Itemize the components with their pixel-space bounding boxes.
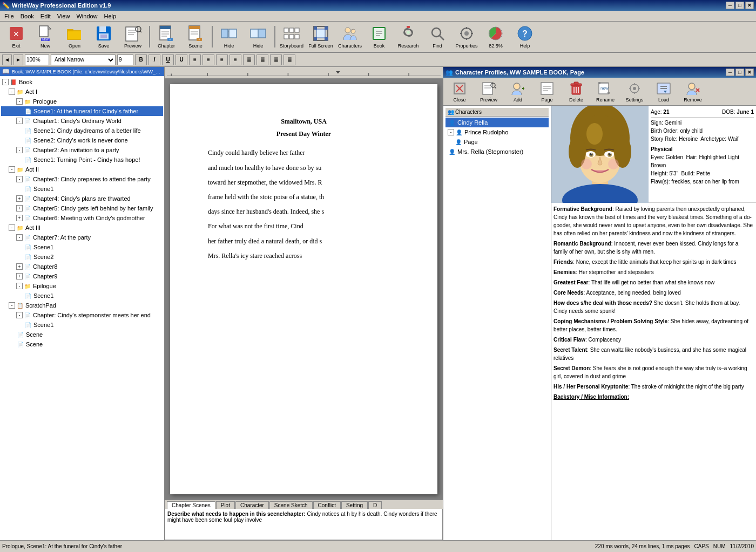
list3-button[interactable]: ≣ — [270, 54, 282, 65]
expand-ch3[interactable]: - — [16, 176, 23, 182]
zoom-input[interactable] — [25, 54, 49, 65]
help-button[interactable]: ? Help — [511, 23, 539, 51]
char-rename-button[interactable]: new Rename — [591, 79, 619, 104]
tree-item-ch3[interactable]: - 📄 Chapter3: Cindy prepares to attend t… — [1, 174, 163, 184]
tree-item-ch1s2[interactable]: 📄 Scene2: Cindy's work is never done — [1, 135, 163, 145]
save-button[interactable]: Save — [90, 23, 118, 51]
tree-item-epilogue[interactable]: - 📁 Epilogue — [1, 281, 163, 291]
expand-ch9[interactable]: + — [16, 273, 23, 280]
expand-book[interactable]: - — [2, 79, 9, 85]
maximize-button[interactable]: □ — [735, 2, 744, 9]
tree-item-act1[interactable]: - 📁 Act I — [1, 87, 163, 97]
char-load-button[interactable]: Load — [650, 79, 678, 104]
tree-item-ch7s2[interactable]: 📄 Scene2 — [1, 252, 163, 262]
tree-item-ch9[interactable]: + 📄 Chapter9 — [1, 271, 163, 281]
format-back-button[interactable]: ◄ — [2, 54, 12, 65]
tree-item-scene-funeral[interactable]: 📄 Scene1: At the funeral for Cindy's fat… — [1, 106, 163, 116]
hide1-button[interactable]: Hide — [215, 23, 243, 51]
expand-act1[interactable]: - — [9, 88, 15, 95]
doc-area[interactable]: Smalltown, USA Present Day Winter Cindy … — [165, 79, 443, 500]
hide2-button[interactable]: Hide — [244, 23, 272, 51]
char-delete-button[interactable]: Delete — [562, 79, 590, 104]
find-button[interactable]: Find — [423, 23, 451, 51]
tree-item-ch8[interactable]: + 📄 Chapter8 — [1, 262, 163, 271]
minimize-button[interactable]: ─ — [726, 2, 734, 9]
italic-button[interactable]: I — [148, 54, 160, 65]
tree-item-scr-scene2[interactable]: 📄 Scene — [1, 339, 163, 349]
tab-d[interactable]: D — [368, 501, 382, 509]
tree-item-ch1[interactable]: - 📄 Chapter1: Cindy's Ordinary World — [1, 116, 163, 126]
char-panel-minimize[interactable]: ─ — [726, 69, 734, 76]
tree-item-ch2s1[interactable]: 📄 Scene1: Turning Point - Cindy has hope… — [1, 155, 163, 165]
tree-item-prologue[interactable]: - 📁 Prologue — [1, 97, 163, 106]
expand-scr-ch[interactable]: - — [16, 312, 23, 318]
characters-button[interactable]: Characters — [336, 23, 364, 51]
expand-ch1[interactable]: - — [16, 118, 23, 124]
expand-prince[interactable]: - — [448, 129, 454, 135]
menu-file[interactable]: File — [1, 12, 17, 21]
char-remove-button[interactable]: Remove — [679, 79, 707, 104]
char-tree-page[interactable]: 👤 Page — [446, 137, 549, 147]
tree-item-ch7[interactable]: - 📄 Chapter7: At the party — [1, 233, 163, 242]
book-button[interactable]: Book — [365, 23, 393, 51]
expand-ch5[interactable]: + — [16, 205, 23, 212]
pie-button[interactable]: 82.5% — [482, 23, 510, 51]
menu-help[interactable]: Help — [101, 12, 120, 21]
tree-item-act3[interactable]: - 📁 Act III — [1, 223, 163, 233]
expand-ch8[interactable]: + — [16, 263, 23, 270]
menu-view[interactable]: View — [54, 12, 73, 21]
close-button[interactable]: ✕ — [745, 2, 754, 9]
list1-button[interactable]: ≣ — [243, 54, 255, 65]
storyboard-button[interactable]: Storyboard — [278, 23, 306, 51]
tree-item-scratch[interactable]: - 📋 ScratchPad — [1, 301, 163, 310]
font-size-input[interactable] — [117, 54, 133, 65]
bold-button[interactable]: B — [135, 54, 147, 65]
expand-ch2[interactable]: - — [16, 147, 23, 153]
tab-chapter-scenes[interactable]: Chapter Scenes — [167, 501, 215, 509]
tree-item-eps1[interactable]: 📄 Scene1 — [1, 291, 163, 301]
char-settings-button[interactable]: Settings — [620, 79, 649, 104]
expand-scratch[interactable]: - — [9, 302, 15, 309]
tree-item-scr-scene1[interactable]: 📄 Scene — [1, 330, 163, 339]
list2-button[interactable]: ≣ — [256, 54, 268, 65]
format-u2-button[interactable]: U — [176, 54, 187, 65]
tree-item-book[interactable]: - 📕 Book — [1, 77, 163, 87]
expand-act3[interactable]: - — [9, 224, 15, 231]
expand-ch7[interactable]: - — [16, 234, 23, 241]
tree-item-ch2[interactable]: - 📄 Chapter2: An invitation to a party — [1, 145, 163, 155]
expand-ch4[interactable]: + — [16, 195, 23, 202]
tab-conflict[interactable]: Conflict — [313, 501, 341, 509]
tab-setting[interactable]: Setting — [341, 501, 368, 509]
font-select[interactable]: Arial Narrow — [51, 54, 116, 65]
char-add-button[interactable]: Add — [504, 79, 532, 104]
tab-scene-sketch[interactable]: Scene Sketch — [269, 501, 313, 509]
new-button[interactable]: NEW New — [31, 23, 59, 51]
tree-item-act2[interactable]: - 📁 Act II — [1, 165, 163, 174]
menu-book[interactable]: Book — [17, 12, 37, 21]
chapter-button[interactable]: + Chapter — [152, 23, 180, 51]
char-preview-button[interactable]: Preview — [475, 79, 503, 104]
tree-item-ch1s1[interactable]: 📄 Scene1: Cindy daydreams of a better li… — [1, 126, 163, 135]
fullscreen-button[interactable]: Full Screen — [307, 23, 335, 51]
exit-button[interactable]: ✕ Exit — [2, 23, 30, 51]
char-panel-close[interactable]: ✕ — [745, 69, 754, 76]
tab-character[interactable]: Character — [235, 501, 269, 509]
char-panel-maximize[interactable]: □ — [735, 69, 744, 76]
tree-item-ch5[interactable]: + 📄 Chapter5: Cindy gets left behind by … — [1, 203, 163, 213]
underline-button[interactable]: U — [162, 54, 174, 65]
tree-item-ch7s1[interactable]: 📄 Scene1 — [1, 242, 163, 252]
align-justify-button[interactable]: ≡ — [230, 54, 241, 65]
research-button[interactable]: Research — [394, 23, 422, 51]
tree-item-ch6[interactable]: + 📄 Chapter6: Meeting with Cindy's godmo… — [1, 213, 163, 223]
expand-ch6[interactable]: + — [16, 215, 23, 221]
open-button[interactable]: Open — [60, 23, 89, 51]
tree-item-scr-ch[interactable]: - 📄 Chapter: Cindy's stepmonster meets h… — [1, 310, 163, 320]
preview-button[interactable]: Preview — [119, 23, 147, 51]
align-right-button[interactable]: ≡ — [216, 54, 228, 65]
expand-epilogue[interactable]: - — [16, 283, 23, 289]
char-tree-prince[interactable]: - 👤 Prince Rudolpho — [446, 127, 549, 137]
format-fwd-button[interactable]: ► — [14, 54, 23, 65]
align-left-button[interactable]: ≡ — [189, 54, 201, 65]
align-center-button[interactable]: ≡ — [202, 54, 214, 65]
expand-act2[interactable]: - — [9, 166, 15, 173]
